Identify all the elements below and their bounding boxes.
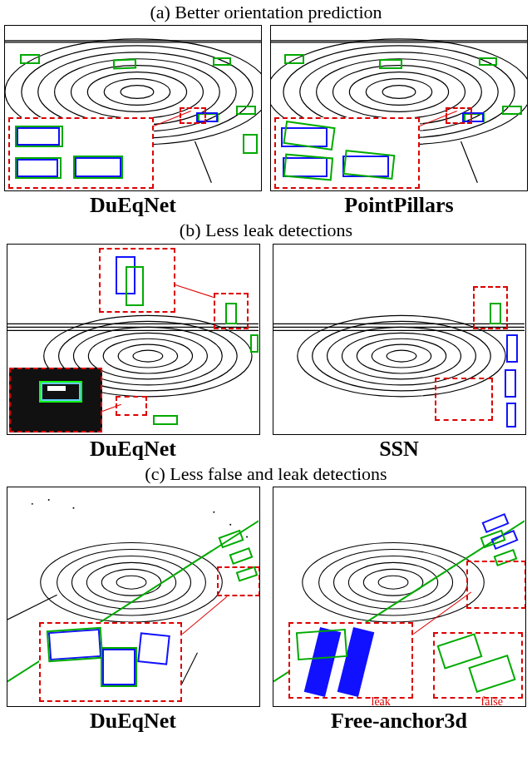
cell-a-left: DuEqNet: [0, 25, 266, 218]
svg-point-9: [366, 79, 431, 106]
gt-box: [236, 106, 256, 115]
svg-point-18: [103, 339, 192, 373]
gt-box: [73, 156, 123, 179]
label-c-left: DuEqNet: [90, 709, 176, 734]
svg-point-16: [132, 350, 162, 362]
pred-box: [137, 632, 170, 665]
svg-point-8: [382, 86, 416, 99]
pred-box: [505, 369, 516, 398]
gt-box: [20, 54, 40, 64]
row-b: DuEqNet SSN: [0, 244, 532, 462]
callout-zoom-false: [433, 632, 523, 699]
svg-point-25: [357, 339, 446, 373]
svg-point-42: [378, 576, 408, 589]
gt-box: [243, 134, 258, 154]
row-c: DuEqNet leak: [0, 487, 532, 734]
callout-source: [180, 107, 206, 124]
svg-point-17: [118, 344, 178, 368]
callout-empty: [473, 286, 508, 329]
panel-c-freeanchor: leak false: [273, 487, 526, 707]
svg-point-45: [333, 556, 452, 610]
callout-zoom: [99, 248, 175, 313]
svg-point-37: [47, 499, 49, 501]
svg-point-38: [72, 507, 74, 509]
svg-point-40: [229, 524, 231, 526]
gt-box: [250, 334, 259, 353]
svg-point-10: [349, 72, 448, 112]
callout-empty: [435, 378, 493, 421]
row-a: DuEqNet: [0, 25, 532, 218]
callout-zoom: [39, 622, 182, 702]
svg-point-26: [342, 333, 461, 379]
panel-b-dueqnet: [7, 244, 260, 435]
label-b-right: SSN: [379, 437, 419, 462]
annot-false: false: [481, 695, 503, 707]
cell-a-right: PointPillars: [266, 25, 532, 218]
svg-point-1: [104, 79, 170, 106]
gt-box: [284, 54, 304, 64]
svg-point-33: [71, 556, 190, 610]
svg-point-47: [302, 543, 484, 622]
callout-region: [217, 566, 260, 596]
gt-box: [153, 415, 178, 425]
svg-point-27: [327, 327, 475, 385]
gt-box: [479, 57, 497, 66]
gt-box: [502, 106, 522, 115]
callout-region: [466, 561, 526, 609]
svg-point-30: [116, 576, 146, 589]
gt-box: [113, 59, 136, 70]
svg-point-36: [31, 503, 32, 505]
cell-c-right: leak false Free-anchor3d: [266, 487, 532, 734]
caption-c: (c) Less false and leak detections: [0, 462, 532, 487]
svg-point-44: [348, 563, 437, 603]
panel-c-dueqnet: [7, 487, 260, 707]
gt-box: [295, 629, 347, 660]
panel-a-pointpillars: [270, 25, 528, 191]
gt-box: [436, 633, 482, 669]
label-a-right: PointPillars: [344, 193, 453, 218]
svg-point-24: [372, 344, 431, 368]
panel-a-dueqnet: [4, 25, 262, 191]
gt-box: [15, 126, 63, 147]
gt-box: [283, 154, 333, 181]
pred-box: [506, 334, 518, 363]
svg-point-31: [101, 570, 161, 596]
callout-source: [446, 107, 472, 124]
svg-point-35: [40, 543, 222, 622]
svg-point-19: [88, 333, 207, 379]
gt-box: [46, 627, 102, 663]
label-a-left: DuEqNet: [90, 193, 176, 218]
callout-zoom-leak: [288, 622, 413, 699]
label-b-left: DuEqNet: [90, 437, 176, 462]
caption-b: (b) Less leak detections: [0, 218, 532, 243]
gt-box: [213, 57, 231, 66]
gt-box: [379, 59, 402, 69]
callout-zoom: [274, 117, 420, 189]
svg-point-23: [387, 350, 416, 362]
callout-source: [214, 293, 249, 329]
callout-zoom-dark: [9, 368, 102, 432]
callout-source: [116, 396, 147, 416]
pred-box: [506, 403, 516, 428]
svg-point-41: [246, 536, 248, 538]
panel-b-ssn: [273, 244, 526, 435]
callout-zoom: [8, 117, 154, 189]
gt-box: [101, 647, 137, 687]
caption-a: (a) Better orientation prediction: [0, 0, 532, 25]
svg-point-34: [57, 550, 205, 615]
svg-point-2: [87, 72, 186, 112]
svg-point-0: [121, 86, 154, 99]
cell-b-left: DuEqNet: [0, 244, 266, 462]
cell-b-right: SSN: [266, 244, 532, 462]
annot-leak: leak: [372, 695, 391, 707]
label-c-right: Free-anchor3d: [331, 709, 467, 734]
gt-box: [126, 266, 144, 306]
point-cluster: [47, 386, 66, 391]
gt-box: [468, 655, 515, 693]
svg-point-39: [213, 512, 214, 513]
gt-box: [15, 157, 62, 179]
cell-c-left: DuEqNet: [0, 487, 266, 734]
